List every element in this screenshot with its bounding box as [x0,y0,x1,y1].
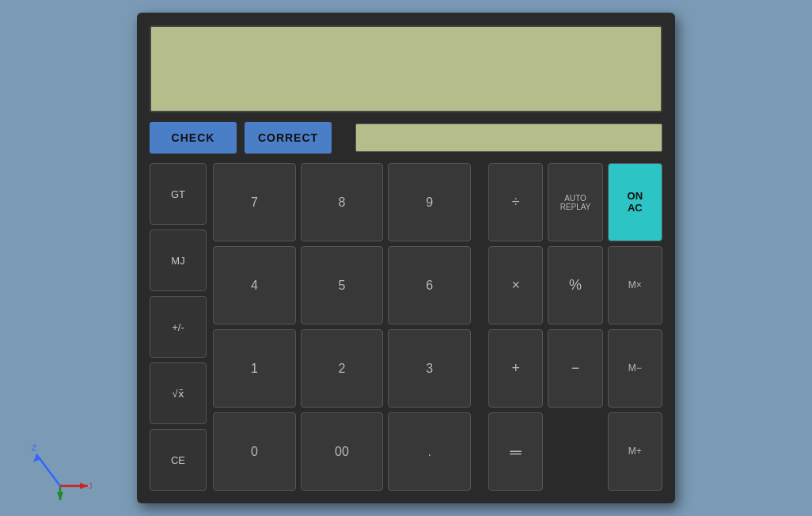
key-5[interactable]: 5 [301,246,384,324]
auto-replay-button[interactable]: AUTOREPLAY [548,163,602,241]
equals-button[interactable]: ═ [488,412,543,491]
correct-button[interactable]: CORRECT [245,122,332,154]
key-2[interactable]: 2 [301,329,384,408]
key-1[interactable]: 1 [213,329,296,408]
key-6[interactable]: 6 [388,246,471,324]
key-4[interactable]: 4 [213,246,296,324]
mj-button[interactable]: MJ [150,230,207,291]
divide-button[interactable]: ÷ [488,163,543,241]
svg-text:Z: Z [32,444,36,453]
key-9[interactable]: 9 [388,163,471,241]
control-row: CHECK CORRECT [150,120,662,155]
m-minus-button[interactable]: M− [608,329,662,408]
axis-indicator: Z X [28,438,92,502]
m-plus-button[interactable]: M+ [608,412,662,491]
svg-marker-4 [80,483,88,489]
key-8[interactable]: 8 [301,163,384,241]
calculator-body: CHECK CORRECT GT MJ +/- √x̄ CE 7 8 9 4 5… [137,13,675,503]
keypad-separator [477,163,482,491]
sqrt-button[interactable]: √x̄ [150,362,207,424]
svg-marker-1 [33,454,41,462]
ce-button[interactable]: CE [150,429,207,491]
key-dot[interactable]: . [388,412,471,491]
key-0[interactable]: 0 [213,412,296,491]
main-display [150,25,662,112]
svg-text:X: X [89,482,92,491]
plus-button[interactable]: + [488,329,543,408]
minus-button[interactable]: − [548,329,602,408]
ops-grid: ÷ AUTOREPLAY ONAC × % M× + − M− ═ M+ [488,163,662,491]
key-3[interactable]: 3 [388,329,471,408]
gt-button[interactable]: GT [150,163,207,225]
percent-button[interactable]: % [548,246,602,324]
digit-grid: 7 8 9 4 5 6 1 2 3 0 00 . [213,163,471,491]
check-button[interactable]: CHECK [150,122,237,154]
on-ac-button[interactable]: ONAC [608,163,662,241]
empty-op [548,412,602,491]
key-7[interactable]: 7 [213,163,296,241]
left-keys: GT MJ +/- √x̄ CE [150,163,207,491]
keypad-area: GT MJ +/- √x̄ CE 7 8 9 4 5 6 1 2 3 0 00 … [150,163,662,491]
multiply-button[interactable]: × [488,246,543,324]
svg-marker-7 [57,492,63,500]
plus-minus-button[interactable]: +/- [150,296,207,358]
m-multiply-button[interactable]: M× [608,246,662,324]
small-display [355,123,662,152]
key-00[interactable]: 00 [301,412,384,491]
